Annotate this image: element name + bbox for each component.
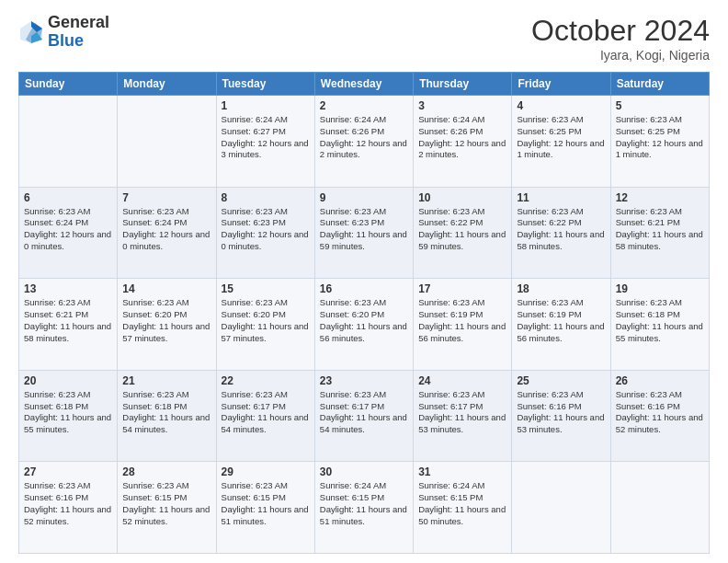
calendar-table: Sunday Monday Tuesday Wednesday Thursday…: [18, 72, 710, 554]
cell-w4-d1: 20Sunrise: 6:23 AM Sunset: 6:18 PM Dayli…: [19, 370, 118, 462]
cell-w2-d1: 6Sunrise: 6:23 AM Sunset: 6:24 PM Daylig…: [19, 187, 118, 279]
day-info: Sunrise: 6:23 AM Sunset: 6:19 PM Dayligh…: [418, 297, 506, 344]
day-info: Sunrise: 6:23 AM Sunset: 6:24 PM Dayligh…: [122, 206, 210, 253]
logo-blue-text: Blue: [48, 31, 84, 50]
day-number: 28: [122, 465, 210, 478]
day-number: 12: [616, 191, 704, 204]
cell-w4-d2: 21Sunrise: 6:23 AM Sunset: 6:18 PM Dayli…: [118, 370, 216, 462]
day-info: Sunrise: 6:23 AM Sunset: 6:21 PM Dayligh…: [616, 206, 704, 253]
day-number: 6: [24, 191, 112, 204]
week-row-4: 20Sunrise: 6:23 AM Sunset: 6:18 PM Dayli…: [19, 370, 710, 462]
day-number: 27: [24, 465, 112, 478]
cell-w3-d1: 13Sunrise: 6:23 AM Sunset: 6:21 PM Dayli…: [19, 279, 118, 371]
cell-w4-d4: 23Sunrise: 6:23 AM Sunset: 6:17 PM Dayli…: [314, 370, 413, 462]
day-info: Sunrise: 6:24 AM Sunset: 6:26 PM Dayligh…: [418, 114, 506, 161]
day-info: Sunrise: 6:23 AM Sunset: 6:15 PM Dayligh…: [122, 480, 210, 527]
cell-w1-d2: [118, 96, 216, 188]
day-info: Sunrise: 6:24 AM Sunset: 6:26 PM Dayligh…: [320, 114, 408, 161]
day-info: Sunrise: 6:23 AM Sunset: 6:15 PM Dayligh…: [222, 480, 310, 527]
cell-w3-d6: 18Sunrise: 6:23 AM Sunset: 6:19 PM Dayli…: [512, 279, 610, 371]
day-number: 18: [517, 282, 605, 295]
day-number: 31: [418, 465, 506, 478]
week-row-5: 27Sunrise: 6:23 AM Sunset: 6:16 PM Dayli…: [19, 462, 710, 554]
cell-w2-d2: 7Sunrise: 6:23 AM Sunset: 6:24 PM Daylig…: [118, 187, 216, 279]
day-number: 8: [222, 191, 310, 204]
page: General Blue October 2024 Iyara, Kogi, N…: [0, 0, 728, 563]
cell-w3-d4: 16Sunrise: 6:23 AM Sunset: 6:20 PM Dayli…: [314, 279, 413, 371]
day-number: 19: [616, 282, 704, 295]
cell-w2-d4: 9Sunrise: 6:23 AM Sunset: 6:23 PM Daylig…: [314, 187, 413, 279]
col-saturday: Saturday: [610, 73, 709, 96]
cell-w5-d1: 27Sunrise: 6:23 AM Sunset: 6:16 PM Dayli…: [19, 462, 118, 554]
day-info: Sunrise: 6:23 AM Sunset: 6:20 PM Dayligh…: [320, 297, 408, 344]
cell-w1-d3: 1Sunrise: 6:24 AM Sunset: 6:27 PM Daylig…: [216, 96, 314, 188]
cell-w1-d1: [19, 96, 118, 188]
day-info: Sunrise: 6:23 AM Sunset: 6:21 PM Dayligh…: [24, 297, 112, 344]
day-number: 20: [24, 374, 112, 387]
cell-w2-d3: 8Sunrise: 6:23 AM Sunset: 6:23 PM Daylig…: [216, 187, 314, 279]
day-info: Sunrise: 6:23 AM Sunset: 6:16 PM Dayligh…: [24, 480, 112, 527]
logo-text: General Blue: [48, 14, 109, 51]
day-info: Sunrise: 6:23 AM Sunset: 6:22 PM Dayligh…: [418, 206, 506, 253]
day-number: 23: [320, 374, 408, 387]
day-info: Sunrise: 6:23 AM Sunset: 6:24 PM Dayligh…: [24, 206, 112, 253]
day-number: 16: [320, 282, 408, 295]
day-info: Sunrise: 6:23 AM Sunset: 6:25 PM Dayligh…: [517, 114, 605, 161]
cell-w5-d5: 31Sunrise: 6:24 AM Sunset: 6:15 PM Dayli…: [414, 462, 512, 554]
logo: General Blue: [18, 14, 109, 51]
week-row-2: 6Sunrise: 6:23 AM Sunset: 6:24 PM Daylig…: [19, 187, 710, 279]
day-info: Sunrise: 6:23 AM Sunset: 6:25 PM Dayligh…: [616, 114, 704, 161]
week-row-1: 1Sunrise: 6:24 AM Sunset: 6:27 PM Daylig…: [19, 96, 710, 188]
col-wednesday: Wednesday: [314, 73, 413, 96]
day-number: 5: [616, 99, 704, 112]
day-info: Sunrise: 6:23 AM Sunset: 6:23 PM Dayligh…: [222, 206, 310, 253]
cell-w4-d3: 22Sunrise: 6:23 AM Sunset: 6:17 PM Dayli…: [216, 370, 314, 462]
day-info: Sunrise: 6:23 AM Sunset: 6:17 PM Dayligh…: [222, 389, 310, 436]
day-number: 24: [418, 374, 506, 387]
day-info: Sunrise: 6:23 AM Sunset: 6:18 PM Dayligh…: [616, 297, 704, 344]
cell-w5-d7: [610, 462, 709, 554]
day-info: Sunrise: 6:23 AM Sunset: 6:17 PM Dayligh…: [418, 389, 506, 436]
cell-w2-d5: 10Sunrise: 6:23 AM Sunset: 6:22 PM Dayli…: [414, 187, 512, 279]
col-tuesday: Tuesday: [216, 73, 314, 96]
day-info: Sunrise: 6:24 AM Sunset: 6:15 PM Dayligh…: [320, 480, 408, 527]
day-info: Sunrise: 6:23 AM Sunset: 6:18 PM Dayligh…: [24, 389, 112, 436]
col-sunday: Sunday: [19, 73, 118, 96]
day-info: Sunrise: 6:23 AM Sunset: 6:17 PM Dayligh…: [320, 389, 408, 436]
cell-w3-d3: 15Sunrise: 6:23 AM Sunset: 6:20 PM Dayli…: [216, 279, 314, 371]
month-title: October 2024: [531, 14, 710, 48]
cell-w1-d6: 4Sunrise: 6:23 AM Sunset: 6:25 PM Daylig…: [512, 96, 610, 188]
col-friday: Friday: [512, 73, 610, 96]
calendar-header: Sunday Monday Tuesday Wednesday Thursday…: [19, 73, 710, 96]
cell-w3-d5: 17Sunrise: 6:23 AM Sunset: 6:19 PM Dayli…: [414, 279, 512, 371]
logo-general-text: General: [48, 13, 109, 31]
day-info: Sunrise: 6:23 AM Sunset: 6:22 PM Dayligh…: [517, 206, 605, 253]
title-block: October 2024 Iyara, Kogi, Nigeria: [531, 14, 710, 63]
day-info: Sunrise: 6:23 AM Sunset: 6:19 PM Dayligh…: [517, 297, 605, 344]
day-info: Sunrise: 6:23 AM Sunset: 6:16 PM Dayligh…: [517, 389, 605, 436]
day-number: 15: [222, 282, 310, 295]
location: Iyara, Kogi, Nigeria: [531, 48, 710, 63]
calendar-body: 1Sunrise: 6:24 AM Sunset: 6:27 PM Daylig…: [19, 96, 710, 554]
cell-w4-d5: 24Sunrise: 6:23 AM Sunset: 6:17 PM Dayli…: [414, 370, 512, 462]
cell-w1-d5: 3Sunrise: 6:24 AM Sunset: 6:26 PM Daylig…: [414, 96, 512, 188]
cell-w2-d6: 11Sunrise: 6:23 AM Sunset: 6:22 PM Dayli…: [512, 187, 610, 279]
day-number: 2: [320, 99, 408, 112]
day-number: 4: [517, 99, 605, 112]
day-info: Sunrise: 6:24 AM Sunset: 6:27 PM Dayligh…: [222, 114, 310, 161]
day-number: 7: [122, 191, 210, 204]
col-thursday: Thursday: [414, 73, 512, 96]
cell-w2-d7: 12Sunrise: 6:23 AM Sunset: 6:21 PM Dayli…: [610, 187, 709, 279]
week-row-3: 13Sunrise: 6:23 AM Sunset: 6:21 PM Dayli…: [19, 279, 710, 371]
day-info: Sunrise: 6:23 AM Sunset: 6:20 PM Dayligh…: [122, 297, 210, 344]
day-info: Sunrise: 6:23 AM Sunset: 6:20 PM Dayligh…: [222, 297, 310, 344]
day-number: 1: [222, 99, 310, 112]
day-number: 3: [418, 99, 506, 112]
day-number: 29: [222, 465, 310, 478]
col-monday: Monday: [118, 73, 216, 96]
cell-w5-d4: 30Sunrise: 6:24 AM Sunset: 6:15 PM Dayli…: [314, 462, 413, 554]
day-info: Sunrise: 6:23 AM Sunset: 6:23 PM Dayligh…: [320, 206, 408, 253]
day-number: 30: [320, 465, 408, 478]
header-row: Sunday Monday Tuesday Wednesday Thursday…: [19, 73, 710, 96]
day-number: 22: [222, 374, 310, 387]
